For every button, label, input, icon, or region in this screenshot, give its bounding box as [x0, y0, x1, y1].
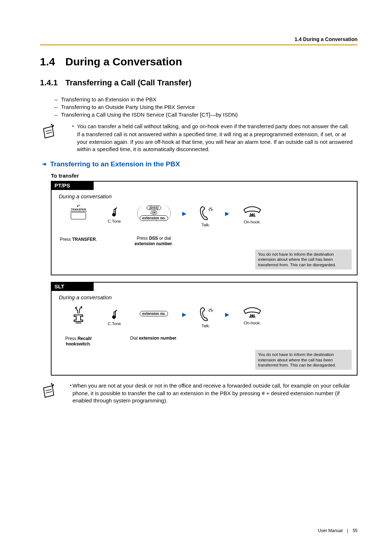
context-label: During a conversation — [59, 294, 352, 300]
procedure-tab: PT/PS — [51, 181, 94, 190]
step-caption-bold: TRANSFER — [72, 237, 96, 242]
context-label: During a conversation — [59, 193, 352, 199]
procedure-box-slt: SLT During a conversation Press Recall/h… — [51, 282, 358, 376]
subsection-title: 1.4.1Transferring a Call (Call Transfer) — [40, 78, 358, 88]
subsection-text: Transferring a Call (Call Transfer) — [65, 78, 191, 87]
step-caption: Dial — [130, 336, 139, 341]
transfer-key-icon — [71, 212, 86, 219]
svg-point-8 — [113, 316, 115, 319]
step-caption-bold: hookswitch — [66, 341, 90, 347]
svg-point-5 — [212, 209, 213, 210]
step-caption: or dial — [158, 236, 171, 241]
step-caption-bold: DSS — [149, 236, 158, 241]
list-item: –Transferring to an Extension in the PBX — [54, 96, 358, 102]
note-bullet-text: You can transfer a held call without tal… — [77, 123, 349, 130]
svg-point-2 — [51, 124, 52, 125]
running-header: 1.4 During a Conversation — [40, 36, 358, 42]
list-item: –Transferring a Call Using the ISDN Serv… — [54, 112, 358, 118]
arrow-icon: ▶ — [182, 204, 187, 217]
procedure-heading-row: Transferring to an Extension in the PBX — [40, 160, 358, 168]
procedure-heading: Transferring to an Extension in the PBX — [50, 160, 180, 168]
procedure-box-ptps: PT/PS During a conversation ↶ TRANSFER P… — [51, 181, 358, 275]
talk-label: Talk. — [201, 324, 210, 328]
footer-manual-label: User Manual — [318, 528, 343, 533]
note-bullet-text: When you are not at your desk or not in … — [73, 382, 358, 404]
step-caption: Press — [137, 236, 149, 241]
onhook-handset-icon — [242, 305, 263, 319]
grey-info-box: You do not have to inform the destinatio… — [255, 250, 352, 270]
svg-point-3 — [113, 213, 115, 216]
svg-point-4 — [211, 207, 212, 208]
extension-no-label: extension no. — [140, 311, 168, 316]
extension-no-label: extension no. — [140, 215, 168, 221]
onhook-label: On-hook. — [244, 321, 261, 325]
step-caption: . — [172, 241, 173, 246]
list-item: –Transferring to an Outside Party Using … — [54, 104, 358, 110]
talk-handset-icon — [197, 204, 214, 221]
onhook-handset-icon — [242, 204, 263, 218]
list-item-text: Transferring to an Extension in the PBX — [61, 96, 156, 102]
ctone-label: C.Tone — [108, 219, 121, 223]
step-caption: . — [96, 237, 97, 242]
note-icon — [40, 382, 69, 405]
section-number: 1.4 — [40, 56, 65, 68]
note-paragraph: If a transferred call is not answered wi… — [69, 131, 358, 153]
svg-point-9 — [211, 308, 212, 309]
talk-handset-icon — [197, 305, 214, 322]
note-block: •You can transfer a held call without ta… — [40, 123, 358, 153]
svg-point-13 — [51, 383, 52, 385]
note-block: •When you are not at your desk or not in… — [40, 382, 358, 405]
step-caption: Press — [60, 237, 72, 242]
note-icon — [40, 123, 69, 153]
grey-info-box: You do not have to inform the destinatio… — [255, 350, 352, 370]
svg-point-10 — [212, 310, 213, 311]
dss-option-group: (DSS) OR extension no. — [137, 204, 171, 222]
procedure-tab: SLT — [51, 282, 94, 291]
list-item-text: Transferring to an Outside Party Using t… — [61, 104, 195, 110]
section-text: During a Conversation — [65, 56, 182, 68]
step-caption: . — [90, 341, 91, 347]
step-caption-bold: Recall/ — [78, 336, 92, 341]
topic-list: –Transferring to an Extension in the PBX… — [54, 96, 358, 118]
footer-page-number: 55 — [353, 528, 358, 533]
talk-label: Talk. — [201, 223, 210, 227]
arrow-icon: ▶ — [182, 305, 187, 318]
transfer-key-label: TRANSFER — [70, 208, 87, 211]
hookswitch-icon — [70, 305, 86, 324]
step-caption-bold: extension number — [139, 336, 176, 341]
diamond-icon — [40, 161, 48, 167]
onhook-label: On-hook. — [244, 220, 261, 224]
arrow-icon: ▶ — [225, 204, 229, 217]
subsection-number: 1.4.1 — [40, 78, 65, 88]
music-note-icon — [110, 207, 118, 218]
music-note-icon — [110, 309, 118, 320]
arrow-icon: ▶ — [225, 305, 229, 318]
dss-label: (DSS) — [147, 206, 162, 210]
header-rule — [40, 44, 358, 45]
section-title: 1.4During a Conversation — [40, 56, 358, 68]
step-caption: Press — [65, 336, 78, 341]
transfer-arc-icon: ↶ — [77, 204, 80, 208]
step-caption: . — [176, 336, 177, 341]
ctone-label: C.Tone — [108, 321, 121, 326]
list-item-text: Transferring a Call Using the ISDN Servi… — [61, 112, 238, 118]
or-label: OR — [151, 211, 158, 215]
to-transfer-label: To transfer — [51, 173, 358, 179]
step-caption-bold: extension number — [135, 241, 172, 246]
page-footer: User Manual 55 — [318, 528, 358, 533]
